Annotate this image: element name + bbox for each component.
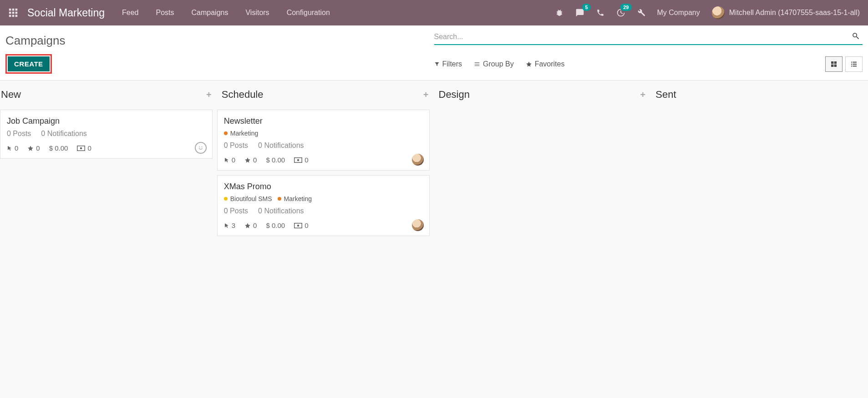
tools-icon[interactable] bbox=[637, 9, 645, 17]
nav-posts[interactable]: Posts bbox=[156, 9, 174, 17]
svg-point-22 bbox=[201, 146, 202, 147]
groupby-label: Group By bbox=[483, 60, 514, 68]
card-title: XMas Promo bbox=[224, 182, 423, 191]
page-title: Campaigns bbox=[5, 29, 66, 48]
stat-quotes: 0 bbox=[294, 222, 308, 229]
nav-feed[interactable]: Feed bbox=[122, 9, 138, 17]
nav-configuration[interactable]: Configuration bbox=[287, 9, 330, 17]
card-face[interactable] bbox=[412, 154, 424, 166]
cursor-icon bbox=[224, 222, 229, 229]
user-menu[interactable]: Mitchell Admin (14707555-saas-15-1-all) bbox=[712, 6, 860, 19]
nav-campaigns[interactable]: Campaigns bbox=[192, 9, 228, 17]
tag-marketing: Marketing bbox=[278, 195, 312, 202]
search-button[interactable] bbox=[849, 32, 863, 41]
svg-rect-1 bbox=[12, 9, 15, 11]
app-brand[interactable]: Social Marketing bbox=[27, 7, 105, 19]
search-icon bbox=[852, 32, 860, 40]
apps-icon[interactable] bbox=[8, 8, 18, 18]
favorites-label: Favorites bbox=[535, 60, 565, 68]
tag-marketing: Marketing bbox=[224, 130, 258, 137]
tag-dot-icon bbox=[224, 197, 228, 201]
stat-clicks: 3 bbox=[224, 222, 235, 229]
posts-count: 0 Posts bbox=[224, 141, 248, 150]
card-face[interactable] bbox=[195, 142, 207, 154]
list-icon bbox=[850, 60, 858, 68]
assignee-avatar-icon bbox=[412, 219, 424, 231]
nav-visitors[interactable]: Visitors bbox=[245, 9, 269, 17]
svg-rect-3 bbox=[9, 12, 11, 14]
add-card-icon[interactable]: + bbox=[206, 90, 212, 100]
card-tags: Marketing bbox=[224, 130, 423, 137]
phone-icon[interactable] bbox=[596, 9, 604, 17]
user-name-label: Mitchell Admin (14707555-saas-15-1-all) bbox=[729, 9, 860, 17]
activities-icon[interactable]: 29 bbox=[616, 8, 625, 17]
kanban-column-sent: Sent bbox=[651, 81, 868, 398]
notifications-count: 0 Notifications bbox=[258, 207, 304, 215]
star-icon bbox=[244, 222, 251, 229]
kanban-view-button[interactable] bbox=[825, 56, 843, 72]
card-meta: 0 Posts 0 Notifications bbox=[224, 207, 423, 215]
search-input[interactable] bbox=[434, 33, 849, 41]
notifications-count: 0 Notifications bbox=[41, 130, 87, 138]
filter-icon bbox=[434, 61, 440, 67]
column-title[interactable]: Sent bbox=[655, 89, 676, 101]
card-job-campaign[interactable]: Job Campaign 0 Posts 0 Notifications 0 0… bbox=[0, 110, 213, 159]
svg-rect-12 bbox=[834, 64, 837, 66]
star-icon bbox=[27, 145, 34, 151]
stat-quotes: 0 bbox=[294, 156, 308, 164]
svg-rect-4 bbox=[12, 12, 15, 14]
kanban-icon bbox=[830, 60, 838, 68]
column-title[interactable]: Design bbox=[439, 89, 470, 101]
groupby-icon bbox=[474, 61, 480, 67]
kanban-column-new: New + Job Campaign 0 Posts 0 Notificatio… bbox=[0, 81, 217, 398]
stat-quotes: 0 bbox=[77, 144, 91, 152]
svg-rect-15 bbox=[851, 64, 852, 65]
stat-clicks: 0 bbox=[7, 144, 18, 152]
svg-rect-16 bbox=[853, 64, 857, 65]
tag-dot-icon bbox=[224, 131, 228, 135]
svg-rect-17 bbox=[851, 65, 852, 66]
card-title: Job Campaign bbox=[7, 116, 206, 126]
messages-icon[interactable]: 5 bbox=[575, 8, 584, 17]
filter-bar: Filters Group By Favorites bbox=[434, 56, 863, 72]
notifications-count: 0 Notifications bbox=[258, 141, 304, 150]
debug-icon[interactable] bbox=[555, 9, 563, 17]
svg-point-20 bbox=[80, 147, 82, 149]
stat-revenue: $ 0.00 bbox=[49, 144, 68, 152]
svg-rect-11 bbox=[831, 64, 833, 66]
user-avatar-icon bbox=[712, 6, 725, 19]
card-face[interactable] bbox=[412, 219, 424, 231]
nav-links: Feed Posts Campaigns Visitors Configurat… bbox=[122, 9, 330, 17]
svg-point-26 bbox=[297, 224, 299, 227]
column-title[interactable]: New bbox=[0, 89, 21, 101]
list-view-button[interactable] bbox=[845, 56, 863, 72]
view-switch bbox=[825, 56, 863, 72]
stat-stars: 0 bbox=[244, 156, 257, 164]
kanban-column-schedule: Schedule + Newsletter Marketing 0 Posts … bbox=[217, 81, 434, 398]
card-stats: 3 0 $ 0.00 0 bbox=[224, 222, 423, 229]
svg-rect-9 bbox=[831, 61, 833, 64]
card-xmas-promo[interactable]: XMas Promo Bioutifoul SMS Marketing 0 Po… bbox=[217, 175, 430, 236]
card-newsletter[interactable]: Newsletter Marketing 0 Posts 0 Notificat… bbox=[217, 110, 430, 171]
groupby-button[interactable]: Group By bbox=[474, 60, 514, 68]
create-button[interactable]: CREATE bbox=[8, 56, 50, 71]
stat-stars: 0 bbox=[27, 144, 40, 152]
card-meta: 0 Posts 0 Notifications bbox=[7, 130, 206, 138]
favorites-button[interactable]: Favorites bbox=[526, 60, 565, 68]
filters-button[interactable]: Filters bbox=[434, 60, 462, 68]
svg-rect-18 bbox=[853, 65, 857, 66]
svg-rect-10 bbox=[834, 61, 837, 64]
stat-revenue: $ 0.00 bbox=[266, 222, 285, 229]
column-title[interactable]: Schedule bbox=[222, 89, 264, 101]
cursor-icon bbox=[224, 157, 229, 163]
nav-right: 5 29 My Company Mitchell Admin (14707555… bbox=[555, 6, 860, 19]
svg-point-24 bbox=[297, 159, 299, 161]
tag-bioutifoul: Bioutifoul SMS bbox=[224, 195, 272, 202]
assignee-avatar-icon bbox=[412, 154, 424, 166]
company-name[interactable]: My Company bbox=[657, 9, 700, 17]
add-card-icon[interactable]: + bbox=[423, 90, 429, 100]
activities-badge: 29 bbox=[620, 4, 631, 11]
add-card-icon[interactable]: + bbox=[640, 90, 646, 100]
top-navbar: Social Marketing Feed Posts Campaigns Vi… bbox=[0, 0, 868, 25]
svg-rect-2 bbox=[15, 9, 18, 11]
